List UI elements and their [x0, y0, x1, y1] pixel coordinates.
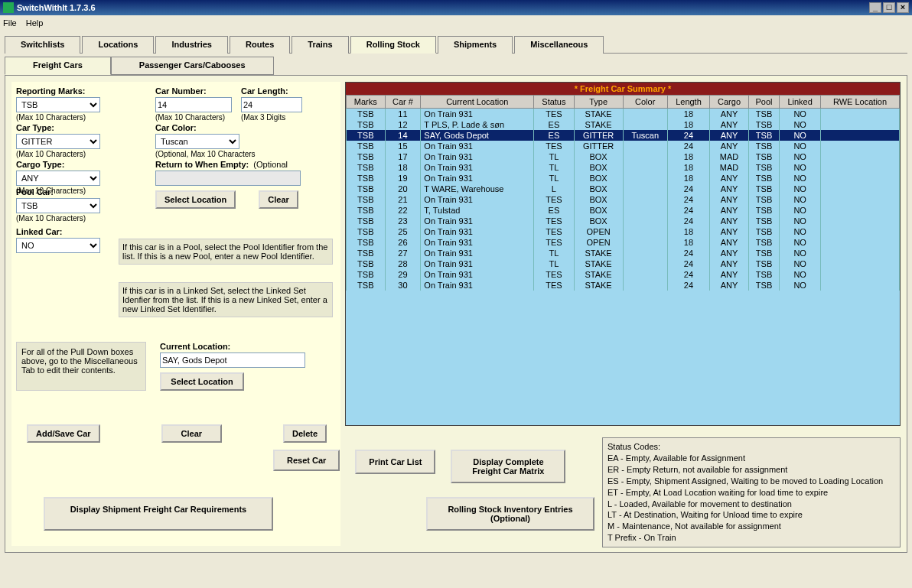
- cell: TSB: [748, 173, 779, 184]
- car-length-input[interactable]: [241, 97, 302, 112]
- car-color-select[interactable]: Tuscan: [155, 134, 239, 149]
- tab-miscellaneous[interactable]: Miscellaneous: [514, 36, 604, 54]
- subtab-passenger-cars-cabooses[interactable]: Passenger Cars/Cabooses: [111, 57, 274, 75]
- cell: ANY: [710, 226, 749, 237]
- select-location-button-2[interactable]: Select Location: [160, 372, 244, 391]
- cargo-type-select[interactable]: ANY: [16, 171, 100, 186]
- col-header[interactable]: Color: [623, 96, 667, 109]
- table-row[interactable]: TSB27On Train 931TLSTAKE24ANYTSBNO: [347, 248, 900, 258]
- pool-car-select[interactable]: TSB: [16, 198, 100, 213]
- col-header[interactable]: Current Location: [421, 96, 534, 109]
- cell: TSB: [748, 205, 779, 216]
- cell: STAKE: [574, 119, 623, 130]
- cell: 30: [385, 280, 421, 291]
- table-row[interactable]: TSB12T PLS, P. Lade & sønESSTAKE18ANYTSB…: [347, 119, 900, 130]
- cell: TL: [534, 162, 574, 173]
- subtab-freight-cars[interactable]: Freight Cars: [5, 57, 111, 75]
- col-header[interactable]: Cargo: [710, 96, 749, 109]
- reporting-marks-select[interactable]: TSB: [16, 97, 100, 112]
- cell: GITTER: [574, 141, 623, 151]
- close-button[interactable]: ×: [897, 2, 909, 13]
- cell: BOX: [574, 216, 623, 226]
- cell: TES: [534, 226, 574, 237]
- cell: TES: [534, 216, 574, 226]
- col-header[interactable]: Status: [534, 96, 574, 109]
- table-row[interactable]: TSB15On Train 931TESGITTER24ANYTSBNO: [347, 141, 900, 151]
- sub-tabs: Freight CarsPassenger Cars/Cabooses: [5, 57, 907, 75]
- cell: 24: [667, 269, 709, 280]
- col-header[interactable]: Linked: [780, 96, 821, 109]
- return-empty-input[interactable]: [155, 171, 301, 186]
- table-row[interactable]: TSB29On Train 931TESSTAKE24ANYTSBNO: [347, 269, 900, 280]
- tab-rolling-stock[interactable]: Rolling Stock: [350, 36, 436, 54]
- cell: On Train 931: [421, 248, 534, 258]
- cell: MAD: [710, 151, 749, 162]
- print-car-list-button[interactable]: Print Car List: [355, 450, 435, 474]
- table-row[interactable]: TSB30On Train 931TESSTAKE24ANYTSBNO: [347, 280, 900, 291]
- inventory-entries-button[interactable]: Rolling Stock Inventory Entries (Optiona…: [426, 497, 594, 531]
- cell: 24: [667, 280, 709, 291]
- display-shipment-req-button[interactable]: Display Shipment Freight Car Requirement…: [44, 497, 273, 531]
- car-type-select[interactable]: GITTER: [16, 134, 100, 149]
- table-row[interactable]: TSB20T WARE, WarehouseLBOX24ANYTSBNO: [347, 184, 900, 194]
- linked-hint-box: If this car is in a Linked Set, select t…: [119, 282, 333, 317]
- label-car-length: Car Length:: [241, 86, 302, 96]
- hint-car-type: (Max 10 Characters): [16, 150, 100, 158]
- col-header[interactable]: Pool: [748, 96, 779, 109]
- linked-car-select[interactable]: NO: [16, 238, 100, 253]
- summary-table-frame: * Freight Car Summary * MarksCar #Curren…: [345, 82, 901, 426]
- menu-file[interactable]: File: [3, 18, 17, 28]
- tab-switchlists[interactable]: Switchlists: [5, 36, 80, 54]
- tab-shipments[interactable]: Shipments: [438, 36, 513, 54]
- cell: 18: [667, 109, 709, 120]
- table-row[interactable]: TSB26On Train 931TESOPEN18ANYTSBNO: [347, 237, 900, 248]
- menu-help[interactable]: Help: [26, 18, 44, 28]
- col-header[interactable]: Marks: [347, 96, 386, 109]
- cell: [623, 119, 667, 130]
- cell: TSB: [748, 119, 779, 130]
- cell: On Train 931: [421, 226, 534, 237]
- table-row[interactable]: TSB18On Train 931TLBOX18MADTSBNO: [347, 162, 900, 173]
- reset-car-button[interactable]: Reset Car: [273, 450, 340, 471]
- minimize-button[interactable]: _: [869, 2, 881, 13]
- cell: [821, 141, 900, 151]
- cell: TSB: [748, 109, 779, 120]
- maximize-button[interactable]: □: [883, 2, 895, 13]
- col-header[interactable]: RWE Location: [821, 96, 900, 109]
- tab-routes[interactable]: Routes: [230, 36, 290, 54]
- table-row[interactable]: TSB19On Train 931TLBOX18ANYTSBNO: [347, 173, 900, 184]
- cell: ES: [534, 130, 574, 141]
- cell: 27: [385, 248, 421, 258]
- select-location-button-1[interactable]: Select Location: [155, 190, 236, 209]
- col-header[interactable]: Type: [574, 96, 623, 109]
- cell: [821, 226, 900, 237]
- table-row[interactable]: TSB21On Train 931TESBOX24ANYTSBNO: [347, 194, 900, 205]
- display-matrix-button[interactable]: Display Complete Freight Car Matrix: [451, 450, 565, 483]
- cell: NO: [780, 119, 821, 130]
- current-location-input[interactable]: [160, 352, 305, 368]
- table-row[interactable]: TSB11On Train 931TESSTAKE18ANYTSBNO: [347, 109, 900, 120]
- clear-return-button[interactable]: Clear: [259, 190, 298, 209]
- table-row[interactable]: TSB28On Train 931TLSTAKE24ANYTSBNO: [347, 258, 900, 269]
- table-row[interactable]: TSB17On Train 931TLBOX18MADTSBNO: [347, 151, 900, 162]
- table-row[interactable]: TSB14SAY, Gods DepotESGITTERTuscan24ANYT…: [347, 130, 900, 141]
- tab-trains[interactable]: Trains: [292, 36, 348, 54]
- cell: T, Tulstad: [421, 205, 534, 216]
- cell: [623, 109, 667, 120]
- add-save-button[interactable]: Add/Save Car: [27, 424, 100, 443]
- table-row[interactable]: TSB23On Train 931TESBOX24ANYTSBNO: [347, 216, 900, 226]
- main-tabs: SwitchlistsLocationsIndustriesRoutesTrai…: [5, 35, 907, 54]
- car-number-input[interactable]: [155, 97, 232, 112]
- table-row[interactable]: TSB22T, TulstadESBOX24ANYTSBNO: [347, 205, 900, 216]
- col-header[interactable]: Length: [667, 96, 709, 109]
- status-line: ES - Empty, Shipment Assigned, Waiting t…: [607, 476, 895, 487]
- tab-locations[interactable]: Locations: [82, 36, 154, 54]
- cell: 15: [385, 141, 421, 151]
- delete-button[interactable]: Delete: [283, 424, 327, 443]
- table-row[interactable]: TSB25On Train 931TESOPEN18ANYTSBNO: [347, 226, 900, 237]
- clear-form-button[interactable]: Clear: [161, 424, 223, 443]
- cell: TSB: [347, 141, 386, 151]
- label-car-number: Car Number:: [155, 86, 232, 96]
- tab-industries[interactable]: Industries: [155, 36, 228, 54]
- col-header[interactable]: Car #: [385, 96, 421, 109]
